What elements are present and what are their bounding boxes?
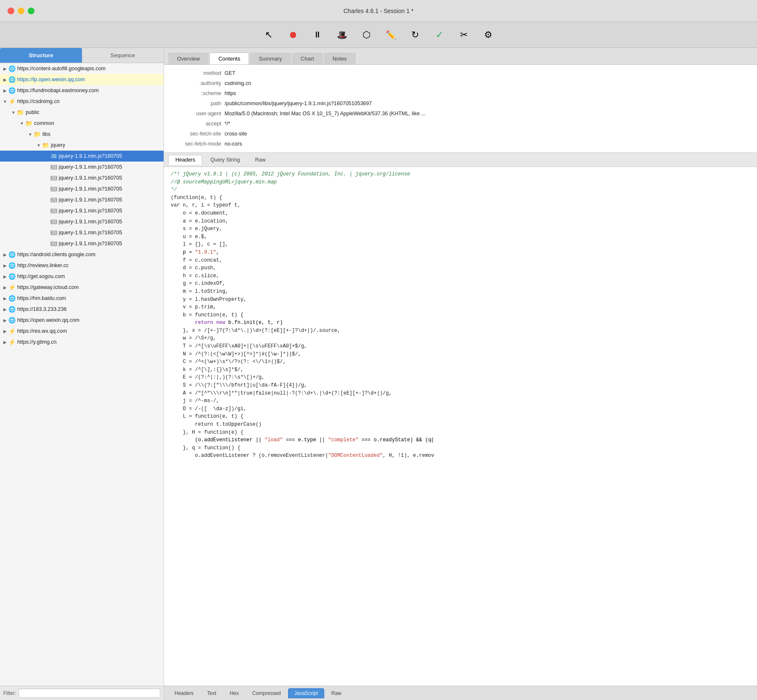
bottom-tab-raw[interactable]: Raw	[325, 688, 348, 698]
tree-item[interactable]: ▶ 🌐 https://android.clients.google.com	[0, 249, 164, 260]
tree-item[interactable]: ▶ 🌐 https://content-autofill.googleapis.…	[0, 63, 164, 74]
tree-expand-arrow: ▼	[35, 143, 42, 148]
scissors-icon: ✂	[460, 29, 468, 40]
code-line: h = c.slice,	[171, 272, 750, 280]
tree-item[interactable]: ▼ 📁 public	[0, 107, 164, 118]
code-line: g = c.indexOf,	[171, 280, 750, 288]
code-area[interactable]: /*! jQuery v1.9.1 | (c) 2005, 2012 jQuer…	[164, 167, 757, 686]
tab-summary[interactable]: Summary	[250, 53, 291, 64]
refresh-button[interactable]: ↻	[405, 25, 425, 45]
tree-item[interactable]: JS jquery-1.9.1.min.js?160705	[0, 238, 164, 249]
window-controls[interactable]	[8, 8, 34, 14]
tree-item[interactable]: ▶ 🌐 https://fundmobapi.eastmoney.com	[0, 85, 164, 96]
tree-item[interactable]: ▶ ⚡ https://gateway.icloud.com	[0, 282, 164, 293]
bottom-tab-headers[interactable]: Headers	[168, 688, 200, 698]
code-line: E = /(?:^|:|,)(?:\s*\[)+/g,	[171, 374, 750, 382]
tree-expand-arrow: ▶	[2, 318, 8, 323]
close-button[interactable]	[8, 8, 14, 14]
code-line: (function(e, t) {	[171, 194, 750, 202]
tree-item[interactable]: ▶ 🌐 https://183.3.233.236	[0, 304, 164, 315]
tree-expand-arrow: ▼	[19, 121, 25, 126]
code-line: return t.toUpperCase()	[171, 421, 750, 429]
hat-icon: 🎩	[337, 30, 347, 40]
code-line: C = /^<(\w+)\s*\/?>(?: <\/\1>|)$/,	[171, 358, 750, 366]
tree-expand-arrow: ▶	[2, 285, 8, 290]
hat-button[interactable]: 🎩	[332, 25, 352, 45]
tree-item[interactable]: JS jquery-1.9.1.min.js?160705	[0, 151, 164, 162]
code-line: }, q = function() {	[171, 444, 750, 452]
tree-item[interactable]: ▼ ⚡ https://csdnimg.cn	[0, 96, 164, 107]
code-line: v = p.trim,	[171, 303, 750, 311]
tree-item[interactable]: ▶ 🌐 http://get.sogou.com	[0, 271, 164, 282]
tab-chart[interactable]: Chart	[292, 53, 323, 64]
header-row: accept */*	[164, 119, 757, 129]
tree-item[interactable]: JS jquery-1.9.1.min.js?160705	[0, 162, 164, 172]
record-button[interactable]: ⏺	[283, 25, 303, 45]
right-panel: Overview Contents Summary Chart Notes :m…	[164, 48, 757, 700]
code-line: S = /\\(?:["\\\/bfnrt]|u[\da-fA-F]{4})/g…	[171, 382, 750, 390]
code-line: }, x = /[+-]?(?:\d*\.|)\d+(?:[eE][+-]?\d…	[171, 327, 750, 335]
tree-item[interactable]: JS jquery-1.9.1.min.js?160705	[0, 227, 164, 238]
tree-item[interactable]: ▼ 📁 common	[0, 118, 164, 129]
tab-contents[interactable]: Contents	[209, 53, 249, 64]
header-row: user-agent Mozilla/5.0 (Macintosh; Intel…	[164, 109, 757, 119]
code-line: y = l.hasOwnProperty,	[171, 296, 750, 304]
header-row: :scheme https	[164, 88, 757, 98]
tab-notes[interactable]: Notes	[324, 53, 356, 64]
pencil-button[interactable]: ✏️	[381, 25, 401, 45]
check-button[interactable]: ✓	[429, 25, 450, 45]
tab-structure[interactable]: Structure	[0, 48, 82, 63]
tree-item[interactable]: JS jquery-1.9.1.min.js?160705	[0, 172, 164, 183]
tab-sequence[interactable]: Sequence	[82, 48, 164, 63]
code-line: a = e.location,	[171, 217, 750, 225]
stop-button[interactable]: ⬡	[356, 25, 376, 45]
tree-item[interactable]: ▶ ⚡ https://res.wx.qq.com	[0, 326, 164, 337]
bottom-tab-hex[interactable]: Hex	[223, 688, 245, 698]
maximize-button[interactable]	[28, 8, 34, 14]
code-line: o = e.document,	[171, 209, 750, 217]
gear-button[interactable]: ⚙	[478, 25, 498, 45]
tree-item[interactable]: ▼ 📁 libs	[0, 129, 164, 140]
code-line: j = /^-ms-/,	[171, 397, 750, 405]
code-line: N = /^(?:(<[\w\W]+>)[^>]*|#([\w-]*))$/,	[171, 350, 750, 358]
tree-container[interactable]: ▶ 🌐 https://content-autofill.googleapis.…	[0, 63, 164, 686]
subtab-querystring[interactable]: Query String	[203, 155, 247, 165]
tab-overview[interactable]: Overview	[168, 53, 209, 64]
tree-expand-arrow: ▶	[2, 296, 8, 301]
subtab-raw[interactable]: Raw	[248, 155, 273, 165]
bottom-tab-javascript[interactable]: JavaScript	[288, 688, 324, 698]
gear-icon: ⚙	[484, 29, 492, 40]
pause-button[interactable]: ⏸	[307, 25, 328, 45]
cursor-tool[interactable]: ↖	[259, 25, 279, 45]
tree-item[interactable]: JS jquery-1.9.1.min.js?160705	[0, 183, 164, 194]
bottom-tab-text[interactable]: Text	[201, 688, 222, 698]
tree-item[interactable]: ▼ 📁 jquery	[0, 140, 164, 151]
header-row: sec-fetch-site cross-site	[164, 129, 757, 139]
bottom-tabs: Headers Text Hex Compressed JavaScript R…	[164, 686, 757, 700]
tree-expand-arrow: ▶	[2, 307, 8, 312]
request-headers-area: :method GET :authority csdnimg.cn :schem…	[164, 65, 757, 153]
header-row: :authority csdnimg.cn	[164, 78, 757, 88]
filter-input[interactable]	[19, 689, 160, 698]
tree-item[interactable]: JS jquery-1.9.1.min.js?160705	[0, 205, 164, 216]
tree-item[interactable]: ▶ 🌐 https://lp.open.weixin.qq.com	[0, 74, 164, 85]
tree-item[interactable]: JS jquery-1.9.1.min.js?160705	[0, 194, 164, 205]
tree-item[interactable]: ▶ ⚡ https://y.gtimg.cn	[0, 337, 164, 347]
scissors-button[interactable]: ✂	[454, 25, 474, 45]
bottom-tab-compressed[interactable]: Compressed	[246, 688, 287, 698]
header-row: :method GET	[164, 68, 757, 78]
tree-expand-arrow: ▼	[10, 110, 17, 115]
code-line: }, H = function(e) {	[171, 429, 750, 437]
code-line: o.addEventListener ? (o.removeEventListe…	[171, 452, 750, 460]
tree-item[interactable]: ▶ 🌐 https://hm.baidu.com	[0, 293, 164, 304]
code-line: b = function(e, t) {	[171, 311, 750, 319]
code-line: //@ sourceMappingURL=jquery.min.map	[171, 178, 750, 186]
code-line: w = /\S+/g,	[171, 334, 750, 342]
subtab-headers[interactable]: Headers	[168, 155, 202, 165]
minimize-button[interactable]	[18, 8, 24, 14]
tree-item[interactable]: ▶ 🌐 http://reviews.linker.cc	[0, 260, 164, 271]
tree-item[interactable]: JS jquery-1.9.1.min.js?160705	[0, 216, 164, 227]
stop-icon: ⬡	[363, 29, 371, 40]
tree-item[interactable]: ▶ 🌐 https://open.weixin.qq.com	[0, 315, 164, 326]
tree-expand-arrow: ▶	[2, 329, 8, 334]
